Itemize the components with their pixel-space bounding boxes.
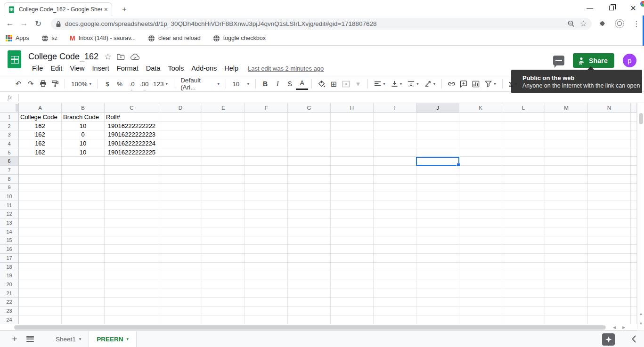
cell-F8[interactable] (245, 175, 288, 184)
cell-B13[interactable] (62, 218, 105, 227)
cell-E13[interactable] (202, 218, 245, 227)
all-sheets-icon[interactable] (26, 336, 34, 342)
column-header-D[interactable]: D (159, 103, 202, 113)
cell-G21[interactable] (288, 289, 331, 298)
cell-E11[interactable] (202, 201, 245, 210)
cell-M14[interactable] (545, 227, 588, 236)
cell-F7[interactable] (245, 166, 288, 175)
last-edit-status[interactable]: Last edit was 2 minutes ago (248, 65, 324, 72)
cell-J10[interactable] (416, 192, 459, 201)
column-header-E[interactable]: E (202, 103, 245, 113)
fill-color-icon[interactable] (315, 78, 327, 90)
cell-G1[interactable] (288, 113, 331, 122)
cell-G8[interactable] (288, 175, 331, 184)
cell-C19[interactable] (105, 271, 159, 280)
cell-J4[interactable] (416, 139, 459, 148)
row-header-15[interactable]: 15 (0, 236, 19, 245)
cell-J22[interactable] (416, 298, 459, 307)
cell-L2[interactable] (502, 122, 545, 131)
cell-I21[interactable] (374, 289, 416, 298)
cell-I9[interactable] (374, 184, 416, 193)
cell-N14[interactable] (588, 227, 631, 236)
cell-partial16[interactable] (631, 245, 637, 254)
cell-H6[interactable] (331, 157, 374, 166)
cell-G2[interactable] (288, 122, 331, 131)
cell-partial15[interactable] (631, 236, 637, 245)
scroll-left-icon[interactable]: ◀ (611, 325, 618, 330)
cell-L21[interactable] (502, 289, 545, 298)
cell-E5[interactable] (202, 148, 245, 157)
cell-K9[interactable] (459, 184, 502, 193)
cell-G16[interactable] (288, 245, 331, 254)
cell-K18[interactable] (459, 263, 502, 272)
cell-M7[interactable] (545, 166, 588, 175)
cell-F2[interactable] (245, 122, 288, 131)
cell-I4[interactable] (374, 139, 416, 148)
select-all-corner[interactable] (0, 103, 19, 113)
cell-L16[interactable] (502, 245, 545, 254)
cell-C6[interactable] (105, 157, 159, 166)
cell-K8[interactable] (459, 175, 502, 184)
cell-H15[interactable] (331, 236, 374, 245)
cell-L5[interactable] (502, 148, 545, 157)
cell-D24[interactable] (159, 315, 202, 324)
cell-N20[interactable] (588, 280, 631, 289)
cell-B24[interactable] (62, 315, 105, 324)
cell-D12[interactable] (159, 210, 202, 219)
cell-C20[interactable] (105, 280, 159, 289)
cell-G24[interactable] (288, 315, 331, 324)
column-header-K[interactable]: K (459, 103, 502, 113)
cell-B9[interactable] (62, 184, 105, 193)
cell-G19[interactable] (288, 271, 331, 280)
cell-C11[interactable] (105, 201, 159, 210)
cell-L19[interactable] (502, 271, 545, 280)
cell-F5[interactable] (245, 148, 288, 157)
cell-M18[interactable] (545, 263, 588, 272)
cell-L18[interactable] (502, 263, 545, 272)
vertical-scrollbar[interactable]: ▲ ▼ (637, 103, 644, 329)
cell-A16[interactable] (19, 245, 62, 254)
cell-K6[interactable] (459, 157, 502, 166)
cell-A24[interactable] (19, 315, 62, 324)
cell-M5[interactable] (545, 148, 588, 157)
cell-M12[interactable] (545, 210, 588, 219)
cell-F15[interactable] (245, 236, 288, 245)
cell-K23[interactable] (459, 307, 502, 315)
menu-help[interactable]: Help (220, 63, 242, 73)
cell-J8[interactable] (416, 175, 459, 184)
paint-format-icon[interactable] (49, 78, 61, 90)
cell-partial8[interactable] (631, 175, 637, 184)
text-rotation-select[interactable]: ▾ (422, 78, 439, 90)
cell-K13[interactable] (459, 218, 502, 227)
bookmark-star-icon[interactable]: ☆ (580, 19, 587, 29)
cell-D2[interactable] (159, 122, 202, 131)
column-header-L[interactable]: L (502, 103, 545, 113)
cell-M8[interactable] (545, 175, 588, 184)
cell-M19[interactable] (545, 271, 588, 280)
cell-A13[interactable] (19, 218, 62, 227)
scroll-right-icon[interactable]: ▶ (620, 325, 628, 330)
horizontal-scrollbar[interactable]: ◀ ▶ (0, 324, 637, 331)
cell-K20[interactable] (459, 280, 502, 289)
cell-D10[interactable] (159, 192, 202, 201)
text-color-button[interactable]: A (296, 78, 308, 90)
cell-L20[interactable] (502, 280, 545, 289)
insert-link-icon[interactable] (445, 78, 457, 90)
horizontal-scrollbar-thumb[interactable] (14, 325, 606, 330)
cell-C15[interactable] (105, 236, 159, 245)
cell-N7[interactable] (588, 166, 631, 175)
cell-H2[interactable] (331, 122, 374, 131)
cell-M3[interactable] (545, 130, 588, 139)
cell-I24[interactable] (374, 315, 416, 324)
cell-partial3[interactable] (631, 130, 637, 139)
share-button[interactable]: Share (573, 53, 614, 68)
cell-A23[interactable] (19, 307, 62, 315)
row-header-7[interactable]: 7 (0, 166, 19, 175)
move-to-folder-icon[interactable] (117, 54, 125, 60)
cell-F21[interactable] (245, 289, 288, 298)
column-header-F[interactable]: F (245, 103, 288, 113)
row-header-17[interactable]: 17 (0, 254, 19, 263)
cell-C16[interactable] (105, 245, 159, 254)
zoom-select[interactable]: 100%▾ (68, 78, 94, 90)
cell-A1[interactable]: College Code (19, 113, 62, 122)
